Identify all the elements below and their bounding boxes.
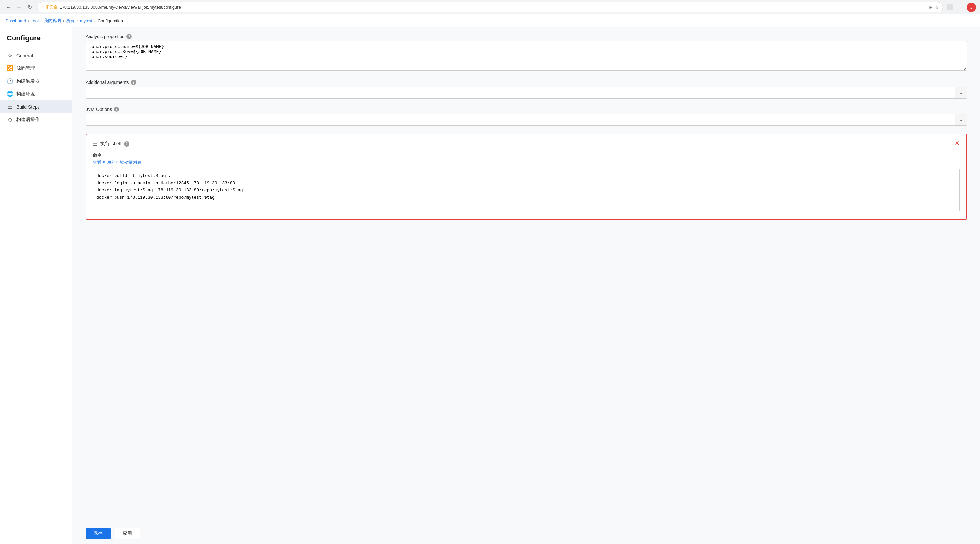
footer-bar: 保存 应用	[72, 522, 980, 544]
drag-handle-icon[interactable]: ☰	[93, 141, 97, 147]
breadcrumb-dashboard[interactable]: Dashboard	[5, 18, 26, 23]
additional-arguments-input[interactable]	[86, 87, 955, 99]
sidebar-item-build-steps[interactable]: ☰ Build Steps	[0, 100, 72, 113]
build-step-header: ☰ 执行 shell ?	[93, 141, 959, 147]
sidebar-label-build-steps: Build Steps	[16, 104, 40, 109]
address-bar[interactable]: ⚠ 不安全 178.119.30.133:8080/me/my-views/vi…	[37, 2, 943, 13]
breadcrumb-current: Configuration	[98, 18, 123, 23]
browser-chrome: ← → ↻ ⚠ 不安全 178.119.30.133:8080/me/my-vi…	[0, 0, 980, 14]
jvm-options-dropdown[interactable]: ⌄	[955, 114, 967, 125]
apply-button[interactable]: 应用	[115, 528, 140, 539]
url-text: 178.119.30.133:8080/me/my-views/view/all…	[60, 5, 927, 10]
forward-button[interactable]: →	[14, 3, 24, 12]
save-button[interactable]: 保存	[86, 528, 111, 539]
address-icons: ⊞ ☆	[929, 5, 939, 10]
sidebar-item-post-build[interactable]: ◇ 构建后操作	[0, 113, 72, 126]
jvm-options-label-text: JVM Options	[86, 106, 112, 112]
additional-arguments-help-icon[interactable]: ?	[131, 79, 136, 85]
build-step-card: ☰ 执行 shell ? ✕ 命令 查看 可用的环境变量列表 docker bu…	[86, 133, 967, 220]
breadcrumb-root[interactable]: root	[31, 18, 38, 23]
analysis-properties-label-text: Analysis properties	[86, 34, 124, 39]
jvm-options-help-icon[interactable]: ?	[114, 106, 119, 112]
command-label: 命令	[93, 152, 959, 158]
reload-button[interactable]: ↻	[25, 3, 34, 12]
shell-command-input[interactable]: docker build -t mytest:$tag . docker log…	[93, 169, 959, 211]
jvm-options-section: JVM Options ? ⌄	[86, 106, 967, 125]
sidebar-label-build-trigger: 构建触发器	[16, 78, 40, 84]
globe-icon: 🌐	[6, 91, 13, 97]
sidebar-label-general: General	[16, 53, 33, 58]
breadcrumb: Dashboard › root › 我的视图 › 所有 › mytest › …	[0, 14, 980, 27]
content-area: Analysis properties ? sonar.projectname=…	[72, 27, 980, 522]
nav-buttons: ← → ↻	[4, 3, 34, 12]
additional-arguments-dropdown[interactable]: ⌄	[955, 87, 967, 99]
back-button[interactable]: ←	[4, 3, 13, 12]
additional-arguments-section: Additional arguments ? ⌄	[86, 79, 967, 99]
sidebar-label-post-build: 构建后操作	[16, 117, 40, 123]
analysis-properties-label: Analysis properties ?	[86, 34, 967, 39]
jvm-options-input[interactable]	[86, 114, 955, 125]
breadcrumb-myviews[interactable]: 我的视图	[44, 18, 61, 24]
sidebar-item-source-mgmt[interactable]: 🔀 源码管理	[0, 62, 72, 75]
diamond-icon: ◇	[6, 116, 13, 123]
analysis-properties-input[interactable]: sonar.projectname=${JOB_NAME} sonar.proj…	[86, 41, 967, 71]
browser-actions: ⬜ ⋮ J	[946, 3, 976, 12]
list-icon: ☰	[6, 104, 13, 110]
build-step-close-button[interactable]: ✕	[953, 140, 961, 147]
gear-icon: ⚙	[6, 52, 13, 59]
extensions-button[interactable]: ⬜	[946, 3, 955, 12]
sidebar-item-build-env[interactable]: 🌐 构建环境	[0, 87, 72, 100]
breadcrumb-sep-3: ›	[63, 19, 64, 23]
breadcrumb-all[interactable]: 所有	[66, 18, 75, 24]
analysis-properties-section: Analysis properties ? sonar.projectname=…	[86, 34, 967, 72]
additional-arguments-label: Additional arguments ?	[86, 79, 967, 85]
warning-text: 不安全	[46, 5, 57, 9]
bookmark-icon[interactable]: ☆	[935, 5, 939, 10]
breadcrumb-sep-2: ›	[41, 19, 42, 23]
breadcrumb-sep-4: ›	[77, 19, 78, 23]
analysis-properties-help-icon[interactable]: ?	[126, 34, 132, 39]
additional-arguments-label-text: Additional arguments	[86, 79, 129, 85]
sidebar-label-source-mgmt: 源码管理	[16, 65, 35, 71]
sidebar-title: Configure	[0, 34, 72, 49]
fork-icon: 🔀	[6, 65, 13, 71]
additional-arguments-input-row: ⌄	[86, 87, 967, 99]
menu-button[interactable]: ⋮	[956, 3, 966, 12]
breadcrumb-mytest[interactable]: mytest	[80, 18, 92, 23]
build-step-help-icon[interactable]: ?	[124, 141, 129, 147]
security-warning: ⚠ 不安全	[41, 4, 57, 10]
build-step-title: 执行 shell	[100, 141, 121, 147]
breadcrumb-sep-5: ›	[94, 19, 96, 23]
translate-icon[interactable]: ⊞	[929, 5, 932, 10]
clock-icon: 🕐	[6, 78, 13, 84]
profile-button[interactable]: J	[967, 3, 976, 12]
sidebar-item-general[interactable]: ⚙ General	[0, 49, 72, 62]
jvm-options-label: JVM Options ?	[86, 106, 967, 112]
jvm-options-input-row: ⌄	[86, 114, 967, 125]
env-variables-link[interactable]: 查看 可用的环境变量列表	[93, 160, 141, 165]
main-layout: Configure ⚙ General 🔀 源码管理 🕐 构建触发器 🌐 构建环…	[0, 27, 980, 544]
sidebar: Configure ⚙ General 🔀 源码管理 🕐 构建触发器 🌐 构建环…	[0, 27, 72, 544]
breadcrumb-sep-1: ›	[28, 19, 30, 23]
sidebar-item-build-trigger[interactable]: 🕐 构建触发器	[0, 75, 72, 87]
sidebar-label-build-env: 构建环境	[16, 91, 35, 97]
